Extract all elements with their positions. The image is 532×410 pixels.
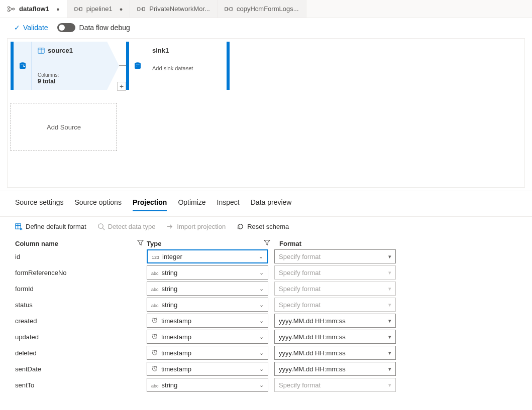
sink-body: sink1 Add sink dataset xyxy=(146,42,227,90)
validate-button[interactable]: ✓ Validate xyxy=(14,24,48,32)
check-icon: ✓ xyxy=(14,24,20,32)
debug-toggle[interactable] xyxy=(57,23,75,32)
chevron-down-icon: ⌄ xyxy=(259,350,264,356)
source-body: source1 Columns: 9 total xyxy=(32,42,107,90)
section-tab-source-options[interactable]: Source options xyxy=(75,198,122,211)
filter-icon[interactable] xyxy=(264,239,270,247)
format-value: Specify format xyxy=(279,269,321,277)
format-select[interactable]: yyyy.MM.dd HH:mm:ss ▾ xyxy=(274,314,396,328)
format-value: yyyy.MM.dd HH:mm:ss xyxy=(279,349,346,357)
sink-title: sink1 xyxy=(152,47,218,54)
chevron-down-icon: ⌄ xyxy=(259,382,264,388)
type-select[interactable]: timestamp ⌄ xyxy=(147,330,268,344)
type-select[interactable]: abc string ⌄ xyxy=(147,265,268,280)
type-select[interactable]: timestamp ⌄ xyxy=(147,362,268,376)
section-tabs: Source settingsSource optionsProjectionO… xyxy=(0,191,532,217)
section-tab-projection[interactable]: Projection xyxy=(133,198,167,211)
caret-down-icon: ▾ xyxy=(388,286,391,292)
add-transform-button[interactable]: + xyxy=(117,82,126,91)
svg-rect-10 xyxy=(230,7,232,10)
type-select[interactable]: abc string ⌄ xyxy=(147,282,268,296)
import-projection-button[interactable]: Import projection xyxy=(166,223,226,230)
import-icon xyxy=(166,223,174,230)
format-select: Specify format ▾ xyxy=(274,265,396,280)
table-format-icon xyxy=(15,223,23,230)
format-select: Specify format ▾ xyxy=(274,282,396,296)
toolbar: ✓ Validate Data flow debug xyxy=(0,18,532,33)
chevron-down-icon: ⌄ xyxy=(259,318,264,324)
table-row: sentDate timestamp ⌄ yyyy.MM.dd HH:mm:ss… xyxy=(15,362,521,376)
column-name: sentTo xyxy=(15,381,147,389)
tab-label: PrivateNetworkMor... xyxy=(149,5,210,13)
define-format-button[interactable]: Define default format xyxy=(15,223,86,230)
cols-label: Columns: xyxy=(38,72,95,78)
cols-count: 9 total xyxy=(38,78,95,85)
svg-point-2 xyxy=(13,8,15,10)
database-icon xyxy=(18,61,27,70)
caret-down-icon: ▾ xyxy=(388,253,391,260)
svg-rect-3 xyxy=(74,7,77,10)
type-value: integer xyxy=(162,253,182,260)
column-name: formId xyxy=(15,285,147,293)
chevron-down-icon: ⌄ xyxy=(259,366,264,372)
svg-rect-7 xyxy=(143,7,145,10)
tab-label: pipeline1 xyxy=(86,5,113,13)
tab-copyhcmformlogs[interactable]: copyHcmFormLogs... xyxy=(218,0,306,18)
type-value: timestamp xyxy=(161,349,191,357)
section-tab-inspect[interactable]: Inspect xyxy=(217,198,240,211)
type-select[interactable]: abc string ⌄ xyxy=(147,378,268,392)
caret-down-icon: ▾ xyxy=(388,302,391,308)
define-format-label: Define default format xyxy=(26,223,86,230)
type-tag-icon xyxy=(151,317,158,325)
tab-dataflow1[interactable]: dataflow1 ● xyxy=(0,0,67,18)
type-value: timestamp xyxy=(161,317,191,325)
section-tab-optimize[interactable]: Optimize xyxy=(178,198,205,211)
format-select: Specify format ▾ xyxy=(274,298,396,312)
type-value: string xyxy=(162,381,178,389)
sink-add-dataset[interactable]: Add sink dataset xyxy=(152,65,218,71)
filter-icon[interactable] xyxy=(137,239,144,247)
add-source-button[interactable]: Add Source xyxy=(11,103,117,151)
format-select[interactable]: yyyy.MM.dd HH:mm:ss ▾ xyxy=(274,346,396,360)
import-label: Import projection xyxy=(177,223,226,230)
reset-schema-button[interactable]: Reset schema xyxy=(237,223,289,230)
chevron-down-icon: ⌄ xyxy=(259,269,264,276)
column-name: updated xyxy=(15,333,147,341)
column-name: formReferenceNo xyxy=(15,269,147,277)
svg-rect-9 xyxy=(225,7,228,10)
type-tag-icon xyxy=(151,349,158,357)
sink-node[interactable]: sink1 Add sink dataset xyxy=(126,42,230,90)
source-node[interactable]: source1 Columns: 9 total xyxy=(11,42,119,90)
type-select[interactable]: abc string ⌄ xyxy=(147,298,268,312)
format-value: yyyy.MM.dd HH:mm:ss xyxy=(279,317,346,325)
table-row: id 123 integer ⌄ Specify format ▾ xyxy=(15,249,521,263)
section-tab-source-settings[interactable]: Source settings xyxy=(15,198,64,211)
svg-line-21 xyxy=(102,228,104,230)
type-tag: abc xyxy=(151,287,159,292)
reset-icon xyxy=(237,223,244,230)
type-select[interactable]: 123 integer ⌄ xyxy=(147,249,268,263)
type-select[interactable]: timestamp ⌄ xyxy=(147,314,268,328)
format-value: Specify format xyxy=(279,253,321,260)
type-tag-icon: abc xyxy=(151,285,159,293)
tab-privatenetworkmor[interactable]: PrivateNetworkMor... xyxy=(130,0,218,18)
actions-row: Define default format Detect data type I… xyxy=(0,217,532,233)
format-select[interactable]: Specify format ▾ xyxy=(274,249,396,263)
caret-down-icon: ▾ xyxy=(388,269,391,276)
chevron-down-icon: ⌄ xyxy=(259,302,264,308)
source-icon-box xyxy=(14,42,32,90)
tab-pipeline1[interactable]: pipeline1 ● xyxy=(67,0,131,18)
flow-canvas: source1 Columns: 9 total sink1 xyxy=(7,38,525,188)
type-select[interactable]: timestamp ⌄ xyxy=(147,346,268,360)
caret-down-icon: ▾ xyxy=(388,382,391,388)
format-select[interactable]: yyyy.MM.dd HH:mm:ss ▾ xyxy=(274,362,396,376)
section-tab-data-preview[interactable]: Data preview xyxy=(251,198,292,211)
pipeline-icon xyxy=(225,6,233,13)
detect-type-button[interactable]: Detect data type xyxy=(97,223,156,230)
flow-row: source1 Columns: 9 total sink1 xyxy=(11,42,521,90)
svg-point-16 xyxy=(135,62,141,65)
type-tag-icon xyxy=(151,333,158,341)
debug-label: Data flow debug xyxy=(79,24,130,32)
format-select[interactable]: yyyy.MM.dd HH:mm:ss ▾ xyxy=(274,330,396,344)
svg-rect-4 xyxy=(79,7,82,10)
